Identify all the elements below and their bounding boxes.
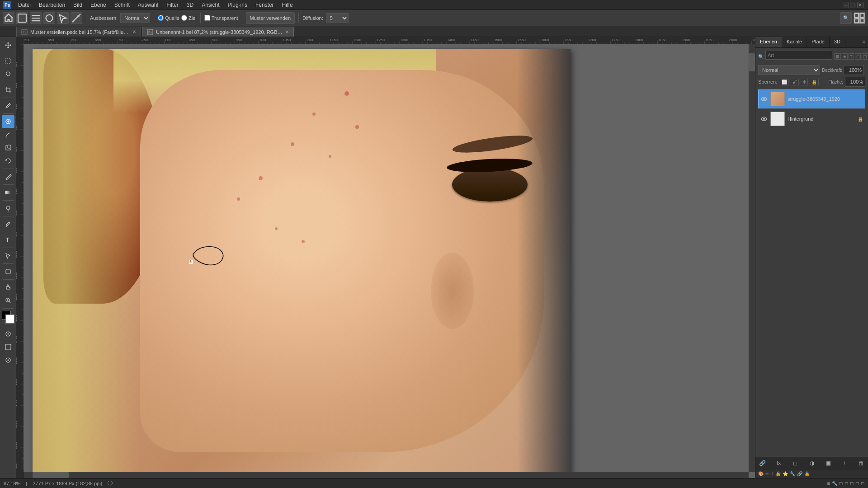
tool-rect-select[interactable] <box>2 55 14 67</box>
menu-datei[interactable]: Datei <box>14 1 34 9</box>
fill-input[interactable] <box>845 77 865 87</box>
menu-fenster[interactable]: Fenster <box>252 1 278 9</box>
diffusion-select[interactable]: 5 <box>326 13 349 23</box>
layer-link-btn[interactable]: 🔗 <box>757 459 767 467</box>
tool-history-brush[interactable] <box>2 155 14 167</box>
tool-dodge[interactable] <box>2 202 14 215</box>
lock-transparent-btn[interactable]: ⬜ <box>780 79 789 85</box>
filter-smart-icon[interactable]: ◫ <box>862 53 868 60</box>
panel-tool-6[interactable]: 🔧 <box>790 471 795 476</box>
tool-shape[interactable] <box>2 265 14 278</box>
menu-schrift[interactable]: Schrift <box>111 1 133 9</box>
panel-tool-7[interactable]: 🔗 <box>797 471 802 476</box>
ausbessern-mode-select[interactable]: Normal <box>120 13 150 23</box>
transparent-checkbox[interactable] <box>204 15 210 21</box>
panel-tool-5[interactable]: ⭐ <box>783 471 788 476</box>
opacity-input[interactable] <box>844 65 864 75</box>
canvas-scroll-area[interactable]: + <box>24 44 755 478</box>
layer-item-struggle[interactable]: struggle-3805349_1920 <box>758 89 865 108</box>
lock-position-btn[interactable]: ✚ <box>801 79 808 85</box>
tab-muster-close[interactable]: ✕ <box>132 29 136 34</box>
lock-all-btn[interactable]: 🔒 <box>810 79 819 85</box>
panel-tab-kanaele[interactable]: Kanäle <box>782 37 807 47</box>
panel-menu-btn[interactable]: ≡ <box>860 37 868 47</box>
panel-tool-3[interactable]: T <box>771 471 774 476</box>
canvas-document[interactable]: + <box>33 49 571 474</box>
panel-tool-4[interactable]: 🔒 <box>775 471 781 476</box>
layer-adj-btn[interactable]: ◑ <box>807 459 817 467</box>
tool-option-4[interactable] <box>57 12 69 24</box>
tool-text[interactable]: T <box>2 234 14 246</box>
tool-extra[interactable] <box>2 354 14 366</box>
tool-clone[interactable] <box>2 141 14 154</box>
lock-image-btn[interactable]: 🖌 <box>791 79 799 85</box>
status-btn-5[interactable]: ◻ <box>850 481 854 486</box>
panel-tab-ebenen[interactable]: Ebenen <box>755 37 782 47</box>
tool-gradient[interactable] <box>2 186 14 199</box>
status-btn-4[interactable]: ◻ <box>844 481 848 486</box>
status-info-icon[interactable]: ⓘ <box>108 480 113 487</box>
menu-hilfe[interactable]: Hilfe <box>278 1 297 9</box>
scrollbar-vertical[interactable] <box>749 44 755 472</box>
tab-muster[interactable]: Ps Muster erstellen.psdc bei 15,7% (Farb… <box>16 27 141 37</box>
menu-bearbeiten[interactable]: Bearbeiten <box>35 1 69 9</box>
layer-mask-btn[interactable]: ◻ <box>790 459 800 467</box>
tool-heal[interactable] <box>2 115 14 128</box>
layer-item-hintergrund[interactable]: Hintergrund 🔒 <box>758 109 865 128</box>
tool-option-3[interactable] <box>43 12 55 24</box>
scrollbar-thumb-h[interactable] <box>33 472 69 478</box>
tool-eraser[interactable] <box>2 170 14 183</box>
ziel-radio[interactable] <box>181 15 187 21</box>
tool-screenmode[interactable] <box>2 341 14 353</box>
tool-hand[interactable] <box>2 281 14 294</box>
tool-lasso[interactable] <box>2 68 14 80</box>
tab-unbenannt[interactable]: Ps Unbenannt-1 bei 87,2% (struggle-38053… <box>142 27 294 37</box>
tool-move[interactable] <box>2 39 14 52</box>
search-button-top[interactable]: 🔍 <box>840 12 852 24</box>
scrollbar-horizontal[interactable] <box>24 472 749 478</box>
filter-text-icon[interactable]: T <box>849 53 854 60</box>
panel-tool-8[interactable]: 🔒 <box>804 471 810 476</box>
menu-ebene[interactable]: Ebene <box>87 1 110 9</box>
layer-fx-btn[interactable]: fx <box>774 459 784 467</box>
menu-plugins[interactable]: Plug-ins <box>224 1 251 9</box>
scrollbar-thumb-v[interactable] <box>749 53 755 71</box>
tool-quickmask[interactable] <box>2 328 14 340</box>
home-button[interactable] <box>3 12 14 24</box>
filter-adj-icon[interactable]: ◈ <box>842 53 848 60</box>
color-foreground[interactable] <box>2 311 14 324</box>
filter-shape-icon[interactable]: ◻ <box>855 53 861 60</box>
layer-eye-struggle[interactable] <box>760 95 768 103</box>
status-btn-1[interactable]: ⊞ <box>826 481 830 486</box>
minimize-button[interactable]: ─ <box>843 2 849 8</box>
menu-ansicht[interactable]: Ansicht <box>198 1 223 9</box>
tool-zoom[interactable] <box>2 294 14 307</box>
muster-button[interactable]: Muster verwenden <box>246 12 295 24</box>
status-btn-6[interactable]: ◻ <box>855 481 859 486</box>
status-btn-2[interactable]: 🔧 <box>832 481 837 486</box>
status-btn-7[interactable]: ◻ <box>861 481 864 486</box>
panel-tool-2[interactable]: ✏ <box>765 471 769 476</box>
panel-tab-3d[interactable]: 3D <box>830 37 845 47</box>
tool-option-5[interactable] <box>71 12 82 24</box>
menu-auswahl[interactable]: Auswahl <box>134 1 162 9</box>
panel-tool-1[interactable]: 🎨 <box>758 471 764 476</box>
tool-option-1[interactable] <box>16 12 28 24</box>
menu-filter[interactable]: Filter <box>163 1 182 9</box>
layer-group-btn[interactable]: ▣ <box>823 459 833 467</box>
tool-pen[interactable] <box>2 218 14 230</box>
filter-pixel-icon[interactable]: ▦ <box>834 53 841 60</box>
tool-brush[interactable] <box>2 128 14 141</box>
status-btn-3[interactable]: ◻ <box>839 481 843 486</box>
blend-mode-select[interactable]: Normal <box>758 65 820 75</box>
layer-delete-btn[interactable]: 🗑 <box>856 459 866 467</box>
tab-unbenannt-close[interactable]: ✕ <box>285 29 289 34</box>
menu-bild[interactable]: Bild <box>70 1 86 9</box>
layer-new-btn[interactable]: + <box>840 459 850 467</box>
close-button[interactable]: ✕ <box>857 2 863 8</box>
zoom-button[interactable] <box>854 12 865 24</box>
layers-search-input[interactable] <box>765 51 832 60</box>
panel-tab-pfade[interactable]: Pfade <box>807 37 830 47</box>
tool-path-select[interactable] <box>2 249 14 262</box>
tool-eyedropper[interactable] <box>2 99 14 112</box>
